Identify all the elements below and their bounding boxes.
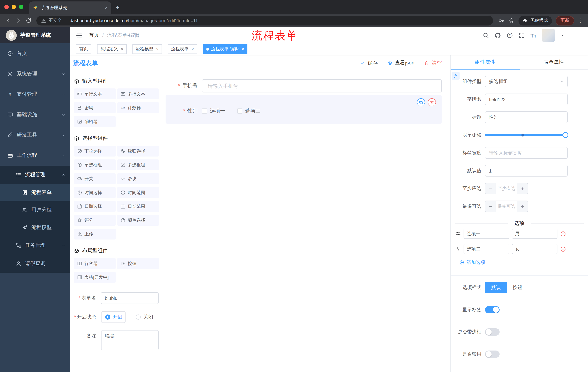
palette-item-cascader[interactable]: 级联选择 <box>117 146 159 157</box>
show-label-switch[interactable] <box>485 306 500 313</box>
palette-item-date-picker[interactable]: 日期选择 <box>74 201 116 212</box>
default-value-input[interactable] <box>485 165 568 177</box>
option1-value-input[interactable] <box>512 229 557 239</box>
field-name-input[interactable] <box>485 94 568 105</box>
palette-item-switch[interactable]: 开关 <box>74 173 116 184</box>
palette-item-counter[interactable]: 计数器 <box>117 102 159 113</box>
stepper-minus-button[interactable]: − <box>485 183 496 194</box>
remove-option-icon[interactable] <box>560 246 566 252</box>
tag-close-icon[interactable]: × <box>156 47 159 51</box>
sidebar-item-process-management[interactable]: 流程管理 <box>0 166 70 184</box>
palette-item-upload[interactable]: 上传 <box>74 229 116 240</box>
palette-item-editor[interactable]: 编辑器 <box>74 116 116 127</box>
max-select-value[interactable]: 最多可选 <box>496 201 517 212</box>
tab-component-props[interactable]: 组件属性 <box>451 55 519 69</box>
sidebar-item-payment[interactable]: 支付管理 <box>0 84 70 105</box>
palette-item-time-picker[interactable]: 时间选择 <box>74 187 116 198</box>
form-name-input[interactable] <box>101 292 159 304</box>
tag-close-icon[interactable]: × <box>121 47 123 51</box>
border-switch[interactable] <box>485 328 500 336</box>
component-type-select[interactable]: 多选框组 <box>485 76 568 87</box>
form-remark-textarea[interactable]: 嘿嘿 <box>101 330 159 350</box>
palette-item-date-range[interactable]: 日期范围 <box>117 201 159 212</box>
sidebar-item-process-model[interactable]: 流程模型 <box>0 219 70 236</box>
palette-item-single-line-text[interactable]: 单行文本 <box>74 88 116 99</box>
style-button-button[interactable]: 按钮 <box>507 282 528 293</box>
password-key-icon[interactable] <box>496 15 506 26</box>
status-radio-on[interactable]: 开启 <box>101 311 126 323</box>
avatar-caret-icon[interactable] <box>560 33 565 37</box>
add-option-button[interactable]: 添加选项 <box>459 259 588 266</box>
delete-component-button[interactable] <box>428 98 436 106</box>
disabled-switch[interactable] <box>485 351 500 358</box>
sidebar-item-user-group[interactable]: 用户分组 <box>0 201 70 219</box>
forward-button[interactable] <box>13 15 23 26</box>
copy-component-button[interactable] <box>417 98 425 106</box>
browser-menu-icon[interactable]: ⋮ <box>576 15 585 26</box>
app-logo[interactable]: 芋道管理系统 <box>0 27 70 43</box>
slider-handle[interactable] <box>563 132 568 138</box>
palette-item-radio-group[interactable]: 单选框组 <box>74 159 116 170</box>
sidebar-item-process-form[interactable]: 流程表单 <box>0 184 70 201</box>
palette-item-textarea[interactable]: 多行文本 <box>117 88 159 99</box>
hamburger-icon[interactable] <box>76 32 83 39</box>
address-bar[interactable]: 不安全 dashboard.yudao.iocoder.cn /bpm/mana… <box>36 16 493 25</box>
gender-checkbox-option1[interactable]: 选项一 <box>202 108 225 114</box>
drag-handle-icon[interactable] <box>455 231 461 237</box>
style-default-button[interactable]: 默认 <box>485 282 507 293</box>
stepper-minus-button[interactable]: − <box>485 201 496 212</box>
sidebar-item-infrastructure[interactable]: 基础设施 <box>0 105 70 125</box>
phone-input[interactable] <box>202 79 442 93</box>
github-icon[interactable] <box>494 32 501 39</box>
palette-item-button[interactable]: 按钮 <box>117 258 159 269</box>
search-icon[interactable] <box>482 32 489 39</box>
palette-item-row-container[interactable]: 行容器 <box>74 258 116 269</box>
title-input[interactable] <box>485 111 568 123</box>
drag-handle-icon[interactable] <box>455 246 461 252</box>
sidebar-item-task-management[interactable]: 任务管理 <box>0 236 70 255</box>
bookmark-star-icon[interactable] <box>506 15 516 26</box>
stepper-plus-button[interactable]: + <box>517 201 528 212</box>
help-icon[interactable] <box>506 32 513 39</box>
window-zoom-button[interactable] <box>19 5 23 9</box>
clear-button[interactable]: 清空 <box>424 60 442 66</box>
palette-item-select[interactable]: 下拉选择 <box>74 146 116 157</box>
palette-item-time-range[interactable]: 时间范围 <box>117 187 159 198</box>
palette-item-checkbox-group[interactable]: 多选框组 <box>117 159 159 170</box>
new-tab-button[interactable]: + <box>116 4 119 11</box>
tag-close-icon[interactable]: × <box>242 47 244 51</box>
palette-item-table[interactable]: 表格[开发中] <box>74 272 116 283</box>
browser-tab[interactable]: 芋道管理系统 × <box>29 1 111 14</box>
sidebar-item-dev-tools[interactable]: 研发工具 <box>0 125 70 145</box>
reload-button[interactable] <box>23 15 33 26</box>
tag-process-form-edit[interactable]: 流程表单-编辑 × <box>203 44 247 54</box>
option1-name-input[interactable] <box>463 229 509 239</box>
tab-close-icon[interactable]: × <box>105 5 108 10</box>
canvas-field-phone[interactable]: * 手机号 <box>166 79 442 93</box>
sidebar-item-leave-query[interactable]: 请假查询 <box>0 255 70 273</box>
fullscreen-icon[interactable] <box>518 32 525 39</box>
chrome-update-button[interactable]: 更新 <box>556 16 574 25</box>
palette-item-slider[interactable]: 滑块 <box>117 173 159 184</box>
window-close-button[interactable] <box>4 5 9 9</box>
incognito-chip[interactable]: 无痕模式 <box>518 16 552 25</box>
min-select-value[interactable]: 至少应选 <box>496 183 517 194</box>
grid-slider[interactable] <box>485 134 566 136</box>
avatar[interactable] <box>542 29 555 42</box>
stepper-plus-button[interactable]: + <box>517 183 528 194</box>
tag-process-definition[interactable]: 流程定义 × <box>97 44 127 54</box>
font-size-icon[interactable]: TT <box>530 32 536 38</box>
view-json-button[interactable]: 查看json <box>387 60 414 66</box>
back-button[interactable] <box>3 15 13 26</box>
option2-name-input[interactable] <box>463 244 509 254</box>
palette-item-password[interactable]: 密码 <box>74 102 116 113</box>
remove-option-icon[interactable] <box>560 231 566 237</box>
palette-item-rate[interactable]: 评分 <box>74 215 116 226</box>
tag-process-model[interactable]: 流程模型 × <box>132 44 162 54</box>
breadcrumb-home[interactable]: 首页 <box>89 32 99 39</box>
label-width-input[interactable] <box>485 147 568 159</box>
canvas-field-gender-selected[interactable]: * 性别 选项一 选项二 <box>166 95 442 124</box>
window-minimize-button[interactable] <box>12 5 16 9</box>
tag-process-form[interactable]: 流程表单 × <box>168 44 197 54</box>
link-icon[interactable] <box>452 72 460 80</box>
